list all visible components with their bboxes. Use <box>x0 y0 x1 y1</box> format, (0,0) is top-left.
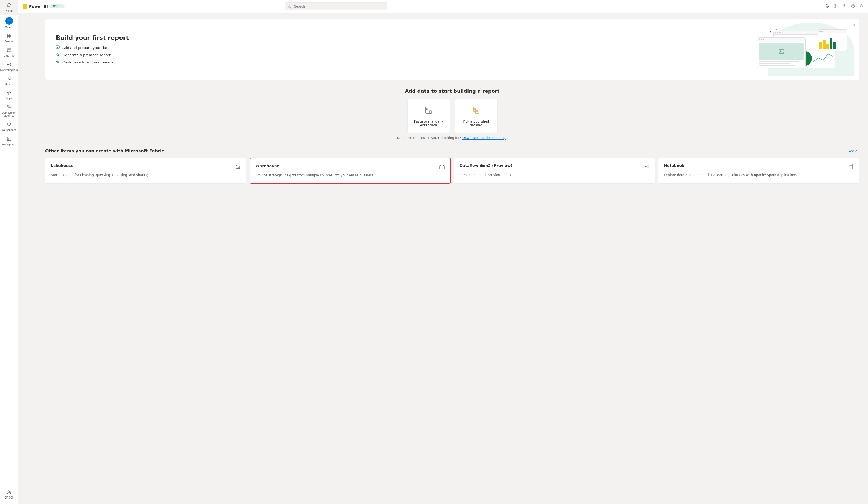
deployment-icon <box>7 105 12 110</box>
sidebar-item-workspaces[interactable]: Workspaces <box>0 134 18 148</box>
hero-close-button[interactable]: ✕ <box>852 23 856 28</box>
hero-steps: Add and prepare your data Generate a pre… <box>56 45 129 64</box>
sidebar-item-home[interactable]: Home <box>0 0 18 14</box>
svg-rect-33 <box>237 167 239 168</box>
account-button[interactable] <box>859 4 864 9</box>
svg-point-8 <box>8 64 10 65</box>
hero-step3-text: Customize to suit your needs <box>62 60 114 64</box>
fabric-card-notebook[interactable]: Notebook Explore data and build machine … <box>658 158 859 183</box>
mock-window-small <box>818 29 847 51</box>
topbar-title: Power BI <box>29 4 48 9</box>
search-icon: 🔍 <box>287 4 292 8</box>
search-input[interactable] <box>285 2 388 10</box>
sidebar-item-create[interactable]: + Create <box>0 14 18 31</box>
hero-step1-text: Add and prepare your data <box>62 46 110 50</box>
settings-button[interactable] <box>834 4 838 9</box>
apps-icon <box>7 91 12 96</box>
svg-rect-34 <box>441 167 443 169</box>
hero-step2-text: Generate a premade report <box>62 53 111 57</box>
dataflow-name: Dataflow Gen2 (Preview) <box>460 164 513 168</box>
lakehouse-desc: Store big data for cleaning, querying, r… <box>51 173 241 177</box>
hero-title: Build your first report <box>56 34 129 41</box>
svg-point-17 <box>861 4 862 6</box>
fabric-card-warehouse[interactable]: Warehouse Provide strategic insights fro… <box>250 158 451 183</box>
dataset-label: Pick a published dataset <box>460 119 492 127</box>
hero-banner: ✕ Build your first report Add and prepar… <box>45 19 859 80</box>
sidebar-label-workspaces: Workspaces <box>2 143 17 146</box>
add-data-section: Add data to start building a report Past… <box>45 88 859 140</box>
notebook-icon <box>848 164 854 171</box>
metrics-icon <box>7 76 12 82</box>
svg-rect-12 <box>7 137 11 140</box>
svg-rect-4 <box>7 49 11 50</box>
star-2: ✦ <box>775 29 777 30</box>
dataflow-header: Dataflow Gen2 (Preview) <box>460 164 650 171</box>
hero-step-1: Add and prepare your data <box>56 45 129 50</box>
paste-label: Paste or manually enter data <box>413 119 445 127</box>
see-all-link[interactable]: See all <box>848 149 859 153</box>
svg-rect-26 <box>429 111 432 113</box>
step3-icon <box>56 60 60 64</box>
svg-point-7 <box>7 63 11 66</box>
sidebar-item-monitoring[interactable]: Monitoring hub <box>0 60 18 74</box>
svg-point-35 <box>644 166 645 167</box>
hero-illustration: ✦ ✦ ✦ <box>757 28 849 71</box>
step2-icon <box>56 53 60 57</box>
svg-point-36 <box>648 165 649 166</box>
warehouse-desc: Provide strategic insights from multiple… <box>256 173 445 178</box>
sidebar-item-deployment[interactable]: Deployment pipelines <box>0 102 18 119</box>
warehouse-header: Warehouse <box>256 164 445 171</box>
notebook-header: Notebook <box>664 164 854 171</box>
home-icon <box>7 3 12 8</box>
sidebar-item-dp000[interactable]: DP-000 <box>0 487 18 501</box>
svg-rect-2 <box>7 36 9 38</box>
sidebar-item-learn[interactable]: Workspaces <box>0 119 18 134</box>
topbar: Power BI DP-000 🔍 <box>18 0 868 13</box>
notifications-button[interactable] <box>825 4 829 9</box>
svg-rect-3 <box>9 36 11 38</box>
lakehouse-header: Lakehouse <box>51 164 241 171</box>
svg-point-15 <box>835 6 836 7</box>
help-button[interactable] <box>851 4 855 9</box>
data-card-dataset[interactable]: Pick a published dataset <box>455 99 498 133</box>
sidebar-item-datahub[interactable]: Data hub <box>0 45 18 60</box>
sidebar-item-apps[interactable]: Apps <box>0 88 18 102</box>
star-1: ✦ <box>769 30 772 33</box>
sidebar-label-apps: Apps <box>6 97 12 100</box>
download-button[interactable] <box>842 4 847 9</box>
topbar-logo-area: Power BI DP-000 <box>23 4 64 9</box>
svg-rect-10 <box>9 107 10 108</box>
mock-window-front <box>757 38 806 68</box>
lakehouse-icon <box>235 164 241 171</box>
main-content: ✕ Build your first report Add and prepar… <box>37 13 868 504</box>
other-section-header: Other items you can create with Microsof… <box>45 148 859 154</box>
dataflow-icon <box>643 164 649 171</box>
svg-rect-6 <box>7 51 11 52</box>
data-card-paste[interactable]: Paste or manually enter data <box>407 99 450 133</box>
fabric-card-dataflow[interactable]: Dataflow Gen2 (Preview) Prep, clean, and… <box>454 158 655 183</box>
download-desktop-link[interactable]: Download the desktop app <box>462 136 506 140</box>
svg-point-37 <box>648 167 649 168</box>
svg-rect-0 <box>7 34 9 36</box>
svg-rect-5 <box>7 50 11 51</box>
svg-rect-19 <box>779 50 784 53</box>
sidebar-label-learn: Workspaces <box>2 128 17 132</box>
sidebar-label-browse: Browse <box>4 40 13 43</box>
dataset-icon <box>472 106 480 116</box>
warehouse-icon <box>439 164 445 171</box>
dataflow-desc: Prep, clean, and transform data. <box>460 173 650 177</box>
data-cards: Paste or manually enter data Pick a publ… <box>45 99 859 133</box>
other-items-section: Other items you can create with Microsof… <box>45 148 859 183</box>
datahub-icon <box>7 48 12 53</box>
warehouse-name: Warehouse <box>256 164 279 168</box>
fabric-card-lakehouse[interactable]: Lakehouse Store big data for cleaning, q… <box>45 158 246 183</box>
powerbi-logo-icon <box>23 4 28 9</box>
sidebar-item-browse[interactable]: Browse <box>0 31 18 45</box>
sidebar-item-metrics[interactable]: Metrics <box>0 74 18 88</box>
other-section-title: Other items you can create with Microsof… <box>45 148 164 154</box>
svg-point-14 <box>9 492 10 493</box>
sidebar-label-create: Create <box>5 26 13 29</box>
lakehouse-name: Lakehouse <box>51 164 73 168</box>
sidebar-label-dp000: DP-000 <box>4 496 14 499</box>
sidebar-label-metrics: Metrics <box>4 83 13 86</box>
